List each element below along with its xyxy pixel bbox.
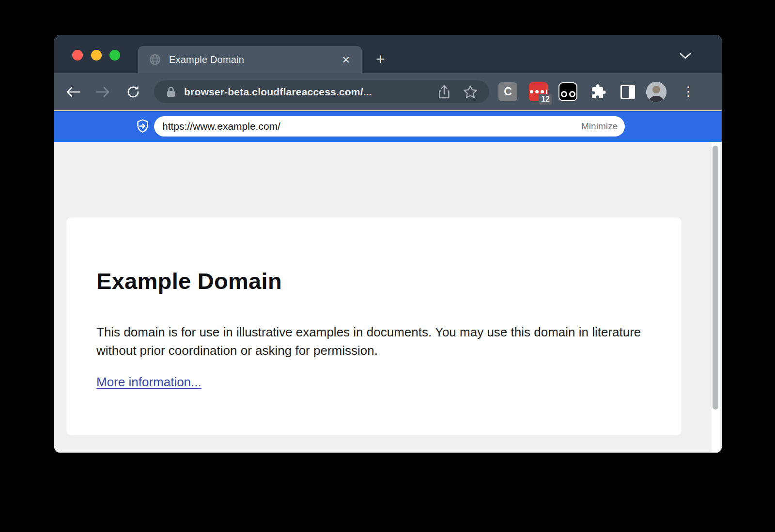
window-zoom-button[interactable] <box>109 50 120 61</box>
page-scrollbar[interactable] <box>712 142 720 453</box>
page-viewport: Example Domain This domain is for use in… <box>54 142 722 453</box>
extension-c-icon[interactable]: C <box>498 82 517 101</box>
share-icon[interactable] <box>438 85 450 99</box>
lock-icon[interactable] <box>166 86 176 98</box>
more-information-link[interactable]: More information... <box>96 375 202 390</box>
window-close-button[interactable] <box>72 50 83 61</box>
reload-button[interactable] <box>124 83 142 101</box>
scrollbar-thumb[interactable] <box>713 146 718 410</box>
browser-tab[interactable]: Example Domain ✕ <box>138 46 362 73</box>
browser-menu-icon[interactable]: ⋮ <box>681 82 696 101</box>
window-minimize-button[interactable] <box>91 50 102 61</box>
remote-url-input[interactable]: https://www.example.com/ Minimize <box>154 116 625 137</box>
red-dots-glyph <box>530 90 547 94</box>
address-bar-url[interactable]: browser-beta.cloudflareaccess.com/... <box>184 86 438 98</box>
forward-button[interactable] <box>93 83 112 101</box>
tab-title: Example Domain <box>169 54 341 65</box>
page-body-text: This domain is for use in illustrative e… <box>96 323 653 360</box>
extension-badge-count: 12 <box>539 94 552 105</box>
isolation-shield-icon <box>137 119 149 133</box>
extension-black-circles-icon[interactable] <box>558 82 577 101</box>
new-tab-button[interactable]: + <box>376 52 385 66</box>
tab-strip: Example Domain ✕ + <box>54 35 722 73</box>
desktop-background: Example Domain ✕ + browse <box>0 0 775 532</box>
remote-url-value[interactable]: https://www.example.com/ <box>162 121 581 132</box>
side-panel-icon[interactable] <box>618 82 637 101</box>
profile-avatar[interactable] <box>646 82 666 102</box>
address-bar[interactable]: browser-beta.cloudflareaccess.com/... <box>154 80 489 103</box>
globe-favicon-icon <box>149 53 161 66</box>
back-button[interactable] <box>64 83 82 101</box>
extensions-puzzle-icon[interactable] <box>589 82 607 101</box>
bookmark-star-icon[interactable] <box>463 85 478 99</box>
tab-search-chevron-icon[interactable] <box>679 52 692 60</box>
extension-red-dots-icon[interactable]: 12 <box>529 82 548 101</box>
minimize-bar-button[interactable]: Minimize <box>581 121 618 132</box>
tab-close-icon[interactable]: ✕ <box>341 55 350 65</box>
example-domain-card: Example Domain This domain is for use in… <box>66 217 682 435</box>
browser-toolbar: browser-beta.cloudflareaccess.com/... C … <box>54 73 722 110</box>
browser-window: Example Domain ✕ + browse <box>54 35 722 453</box>
page-title: Example Domain <box>96 268 282 294</box>
remote-browser-bar: https://www.example.com/ Minimize <box>54 111 722 142</box>
